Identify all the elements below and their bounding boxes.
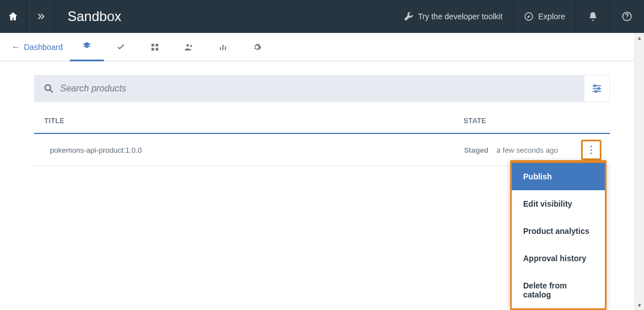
svg-rect-9 bbox=[220, 47, 221, 50]
gear-icon bbox=[252, 43, 262, 52]
explore-label: Explore bbox=[538, 12, 565, 21]
svg-point-12 bbox=[45, 85, 50, 90]
tab-settings[interactable] bbox=[240, 33, 274, 61]
secondary-nav: ← Dashboard bbox=[0, 33, 644, 61]
developer-toolkit-link[interactable]: Try the developer toolkit bbox=[393, 0, 513, 33]
scroll-up-button[interactable]: ▲ bbox=[635, 33, 644, 43]
product-state: Staged bbox=[428, 146, 496, 154]
kebab-icon bbox=[590, 145, 592, 154]
svg-rect-5 bbox=[151, 48, 154, 51]
svg-point-17 bbox=[590, 149, 592, 150]
menu-item-approval-history[interactable]: Approval history bbox=[512, 245, 605, 272]
filter-button[interactable] bbox=[584, 75, 610, 102]
svg-point-18 bbox=[590, 152, 592, 154]
arrow-left-icon: ← bbox=[11, 42, 20, 52]
help-button[interactable] bbox=[610, 0, 644, 33]
bar-chart-icon bbox=[218, 43, 228, 52]
products-table: TITLE STATE pokemons-api-product:1.0.0 S… bbox=[34, 109, 610, 166]
svg-rect-11 bbox=[225, 46, 226, 50]
menu-item-edit-visibility[interactable]: Edit visibility bbox=[512, 190, 605, 217]
page-title: Sandbox bbox=[55, 9, 121, 24]
sliders-icon bbox=[591, 83, 603, 94]
wrench-icon bbox=[403, 11, 414, 22]
svg-point-15 bbox=[595, 90, 597, 92]
compass-icon bbox=[524, 11, 534, 22]
developer-toolkit-label: Try the developer toolkit bbox=[418, 12, 503, 21]
layers-icon bbox=[82, 41, 92, 51]
home-icon bbox=[7, 11, 19, 22]
tab-analytics[interactable] bbox=[206, 33, 240, 61]
people-icon bbox=[184, 42, 194, 52]
help-icon bbox=[621, 11, 633, 22]
tab-dashboard-tiles[interactable] bbox=[138, 33, 172, 61]
grid-icon bbox=[150, 43, 159, 52]
back-to-dashboard-link[interactable]: ← Dashboard bbox=[5, 42, 70, 52]
row-actions-menu: Publish Edit visibility Product analytic… bbox=[510, 160, 607, 310]
menu-item-product-analytics[interactable]: Product analytics bbox=[512, 217, 605, 245]
svg-point-16 bbox=[590, 145, 592, 147]
scroll-down-button[interactable]: ▼ bbox=[635, 300, 644, 310]
menu-item-publish[interactable]: Publish bbox=[512, 163, 605, 190]
menu-item-delete-from-catalog[interactable]: Delete from catalog bbox=[512, 272, 605, 308]
row-actions-button[interactable] bbox=[581, 140, 601, 160]
svg-rect-4 bbox=[155, 44, 158, 47]
chevron-double-right-icon bbox=[36, 11, 46, 22]
check-icon bbox=[116, 42, 126, 52]
breadcrumb-expand-button[interactable] bbox=[27, 0, 55, 33]
vertical-scrollbar[interactable]: ▲ ▼ bbox=[634, 33, 644, 310]
svg-rect-10 bbox=[222, 45, 224, 50]
svg-point-8 bbox=[190, 44, 192, 47]
column-header-title[interactable]: TITLE bbox=[44, 117, 464, 125]
notifications-button[interactable] bbox=[576, 0, 610, 33]
tab-products[interactable] bbox=[70, 33, 104, 61]
svg-point-7 bbox=[186, 44, 189, 47]
search-icon bbox=[43, 83, 54, 94]
search-placeholder: Search products bbox=[60, 83, 127, 94]
svg-point-13 bbox=[594, 85, 596, 86]
search-input[interactable]: Search products bbox=[34, 75, 584, 102]
page-body: Search products TITLE STATE pokemons-api… bbox=[0, 61, 644, 166]
back-label: Dashboard bbox=[24, 43, 63, 52]
svg-point-2 bbox=[626, 19, 627, 19]
app-header: Sandbox Try the developer toolkit Explor… bbox=[0, 0, 644, 33]
product-updated-time: a few seconds ago bbox=[496, 146, 576, 154]
svg-rect-6 bbox=[155, 48, 158, 51]
explore-button[interactable]: Explore bbox=[513, 0, 576, 33]
svg-point-14 bbox=[598, 87, 600, 89]
tab-members[interactable] bbox=[172, 33, 206, 61]
product-title: pokemons-api-product:1.0.0 bbox=[50, 146, 428, 154]
bell-icon bbox=[588, 11, 598, 22]
home-button[interactable] bbox=[0, 0, 27, 33]
svg-rect-3 bbox=[151, 44, 154, 47]
column-header-state[interactable]: STATE bbox=[464, 117, 600, 125]
tab-approvals[interactable] bbox=[104, 33, 138, 61]
